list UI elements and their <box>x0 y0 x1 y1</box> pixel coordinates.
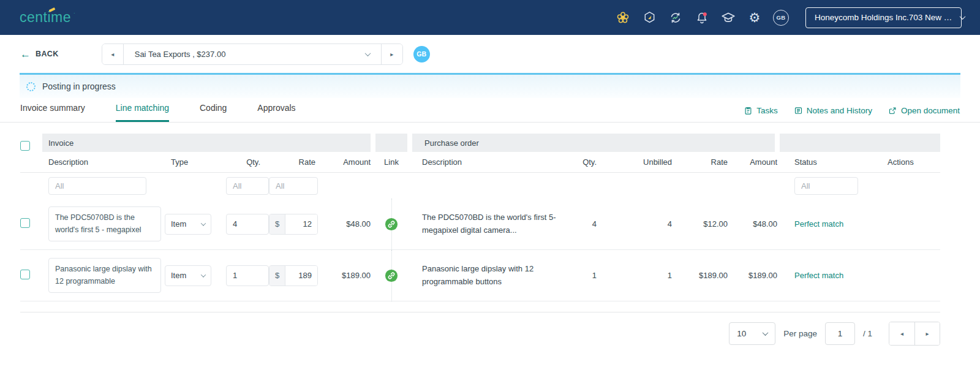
external-link-icon <box>888 106 897 115</box>
settings-gear-icon[interactable]: ⚙ <box>747 10 763 26</box>
invoice-selector-value: Sai Tea Exports , $237.00 <box>135 50 226 59</box>
chevron-down-icon <box>201 221 206 225</box>
tab-approvals[interactable]: Approvals <box>257 103 295 122</box>
per-page-label: Per page <box>783 329 817 338</box>
tab-invoice-summary[interactable]: Invoice summary <box>20 103 85 122</box>
tab-line-matching[interactable]: Line matching <box>116 103 169 122</box>
po-unbilled: 1 <box>621 271 679 280</box>
table-bottom-border <box>20 301 940 312</box>
company-selector[interactable]: Honeycomb Holdings Inc.703 New … <box>805 7 962 28</box>
po-unbilled: 4 <box>621 219 679 229</box>
invoice-description-field[interactable]: Panasonic large dipslay with 12 programm… <box>48 258 161 293</box>
invoice-group-header: Invoice <box>42 134 373 152</box>
select-all-checkbox[interactable] <box>20 141 30 151</box>
currency-prefix: $ <box>270 266 285 286</box>
header-status: Status <box>777 157 857 167</box>
invoice-navigator: ◂ Sai Tea Exports , $237.00 ▸ <box>102 44 403 65</box>
header-po-description: Description <box>410 157 569 167</box>
header-po-qty: Qty. <box>569 157 621 167</box>
assignee-avatar[interactable]: GB <box>413 46 430 62</box>
page-total: / 1 <box>863 329 872 338</box>
header-qty: Qty. <box>220 157 269 167</box>
graduation-cap-icon[interactable] <box>720 10 736 26</box>
invoice-amount: $48.00 <box>324 219 373 229</box>
description-filter-input[interactable] <box>48 177 146 195</box>
subheader: ← BACK ◂ Sai Tea Exports , $237.00 ▸ GB <box>0 35 980 73</box>
po-amount: $189.00 <box>731 271 777 280</box>
spinner-icon <box>26 82 36 91</box>
back-button[interactable]: ← BACK <box>20 49 59 59</box>
row-checkbox[interactable] <box>20 270 30 279</box>
header-po-amount: Amount <box>731 157 777 167</box>
tasks-link[interactable]: Tasks <box>744 106 778 115</box>
type-dropdown[interactable]: Item <box>165 265 211 286</box>
next-invoice-button[interactable]: ▸ <box>381 44 402 64</box>
sync-icon[interactable] <box>668 10 684 26</box>
per-page-select[interactable]: 10 <box>729 322 775 345</box>
status-filter-input[interactable] <box>794 177 858 195</box>
status-badge[interactable]: Perfect match <box>794 271 843 280</box>
banner-text: Posting in progress <box>42 81 116 91</box>
po-rate: $189.00 <box>679 271 731 280</box>
back-arrow-icon: ← <box>20 49 31 59</box>
header-rate: Rate <box>269 157 324 167</box>
cube-cursor-icon[interactable] <box>641 10 657 26</box>
centime-logo[interactable]: centime · <box>20 9 71 26</box>
linked-icon[interactable] <box>385 218 398 231</box>
page-number-input[interactable] <box>825 322 855 345</box>
tab-coding[interactable]: Coding <box>200 103 227 122</box>
rate-field: $ <box>269 214 318 235</box>
rate-filter-input[interactable] <box>269 177 318 195</box>
po-qty: 1 <box>569 271 621 280</box>
header-unbilled: Unbilled <box>621 157 679 167</box>
rate-input[interactable] <box>285 266 317 286</box>
invoice-selector[interactable]: Sai Tea Exports , $237.00 <box>124 44 381 64</box>
link-group-header <box>373 134 410 152</box>
rate-input[interactable] <box>285 214 317 234</box>
purchase-order-group-header: Purchase order <box>410 134 777 152</box>
next-page-button[interactable]: ▸ <box>914 322 940 345</box>
currency-prefix: $ <box>270 214 285 234</box>
table-row: Panasonic large dipslay with 12 programm… <box>20 250 940 301</box>
group-header-row: Invoice Purchase order <box>20 134 940 152</box>
po-amount: $48.00 <box>731 219 777 229</box>
header-link: Link <box>373 157 410 167</box>
topbar-actions: ⚙ GB Honeycomb Holdings Inc.703 New … <box>615 7 962 28</box>
pager-buttons: ◂ ▸ <box>889 322 940 346</box>
column-header-row: Description Type Qty. Rate Amount Link D… <box>20 152 940 173</box>
chevron-down-icon <box>763 330 769 336</box>
header-actions: Actions <box>857 157 940 167</box>
prev-invoice-button[interactable]: ◂ <box>102 44 124 64</box>
pagination: 10 Per page / 1 ◂ ▸ <box>0 322 940 346</box>
open-document-link[interactable]: Open document <box>888 106 960 115</box>
notification-bell-icon[interactable] <box>694 10 710 26</box>
flower-icon[interactable] <box>615 10 631 26</box>
posting-status-banner: Posting in progress <box>20 73 960 98</box>
qty-input[interactable] <box>226 214 269 235</box>
linked-icon[interactable] <box>385 269 398 282</box>
po-qty: 4 <box>569 219 621 229</box>
po-description: Panasonic large dipslay with 12 programm… <box>410 263 569 289</box>
chevron-down-icon <box>201 272 206 277</box>
tabs: Invoice summary Line matching Coding App… <box>20 103 296 122</box>
quick-links: Tasks Notes and History Open document <box>744 106 960 122</box>
header-type: Type <box>165 157 220 167</box>
topbar: centime · <box>0 0 980 35</box>
logo-trademark-dot: · <box>74 10 75 16</box>
clipboard-icon <box>744 106 753 115</box>
header-invoice-description: Description <box>42 157 165 167</box>
line-matching-table: Invoice Purchase order Description Type … <box>20 134 940 312</box>
invoice-description-field[interactable]: The PDC5070BD is the world's first 5 - m… <box>48 206 161 241</box>
user-avatar[interactable]: GB <box>773 10 789 26</box>
tabs-row: Invoice summary Line matching Coding App… <box>0 98 980 123</box>
table-row: The PDC5070BD is the world's first 5 - m… <box>20 199 940 250</box>
qty-filter-input[interactable] <box>226 177 269 195</box>
po-description: The PDC5070BD is the world's first 5-meg… <box>410 211 569 237</box>
prev-page-button[interactable]: ◂ <box>889 322 914 345</box>
qty-input[interactable] <box>226 265 269 286</box>
row-checkbox[interactable] <box>20 218 30 228</box>
notes-history-link[interactable]: Notes and History <box>794 106 872 115</box>
company-name: Honeycomb Holdings Inc.703 New … <box>815 13 952 22</box>
type-dropdown[interactable]: Item <box>165 214 211 235</box>
status-badge[interactable]: Perfect match <box>794 219 843 229</box>
